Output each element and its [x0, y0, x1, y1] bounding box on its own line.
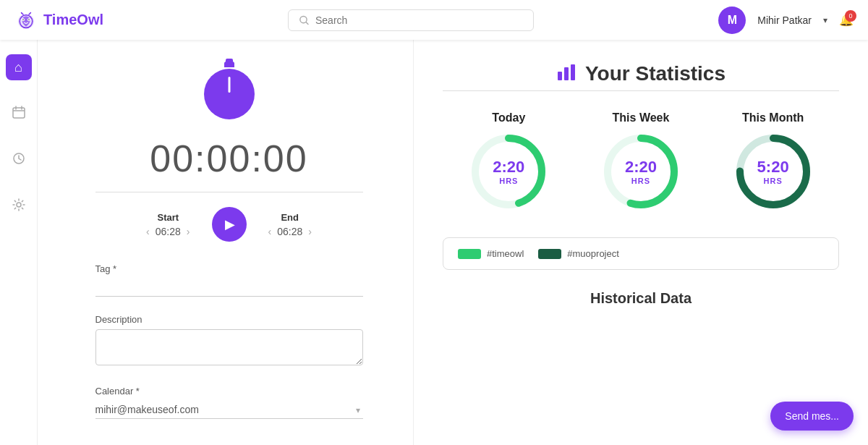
- timer-section: 00:00:00 Start ‹ 06:28 › ▶: [81, 62, 377, 436]
- start-prev-btn[interactable]: ‹: [146, 226, 150, 237]
- tag-input[interactable]: [95, 279, 363, 297]
- end-next-btn[interactable]: ›: [308, 226, 312, 237]
- stat-month-label: This Month: [742, 111, 804, 124]
- play-icon: ▶: [225, 216, 235, 232]
- chat-label: Send mes...: [785, 410, 839, 422]
- clock-icon: [204, 69, 255, 122]
- stat-month-value: 5:20: [757, 158, 789, 177]
- stats-header: Your Statistics: [443, 62, 839, 86]
- calendar-label: Calendar *: [95, 386, 363, 397]
- settings-icon: [12, 198, 25, 215]
- stat-today: Today 2:20 HRS: [469, 111, 548, 211]
- tag-field-group: Tag *: [95, 263, 363, 297]
- stat-week-unit: HRS: [625, 177, 657, 185]
- start-time-value: 06:28: [156, 226, 181, 237]
- sidebar-item-calendar[interactable]: [6, 101, 32, 127]
- start-label: Start: [157, 212, 179, 223]
- left-panel: 00:00:00 Start ‹ 06:28 › ▶: [38, 40, 414, 445]
- calendar-field-group: Calendar * mihir@makeuseof.com ▾: [95, 386, 363, 419]
- end-field: End ‹ 06:28 ›: [268, 212, 312, 237]
- play-button[interactable]: ▶: [212, 207, 247, 242]
- svg-rect-14: [558, 72, 562, 80]
- stats-divider: [443, 90, 839, 91]
- stat-week: This Week 2:20 HRS: [601, 111, 681, 211]
- svg-rect-16: [571, 64, 575, 80]
- stat-month-unit: HRS: [757, 177, 789, 185]
- start-field: Start ‹ 06:28 ›: [146, 212, 190, 237]
- legend-color-muoproject: [538, 249, 561, 259]
- main-layout: ⌂: [0, 40, 868, 445]
- timer-divider: [95, 192, 363, 192]
- logo: TimeOwl: [14, 9, 103, 32]
- svg-line-7: [306, 22, 308, 24]
- right-panel: Your Statistics Today 2:20 HRS: [414, 40, 868, 445]
- stat-today-label: Today: [492, 111, 525, 124]
- legend-box: #timeowl #muoproject: [443, 237, 839, 270]
- svg-point-5: [28, 19, 30, 20]
- end-prev-btn[interactable]: ‹: [268, 226, 272, 237]
- avatar[interactable]: M: [718, 7, 746, 34]
- legend-label-muoproject: #muoproject: [567, 248, 619, 259]
- sidebar: ⌂: [0, 40, 38, 445]
- timer-display: 00:00:00: [150, 137, 307, 180]
- stat-month-circle: 5:20 HRS: [733, 132, 813, 211]
- nav-right: M Mihir Patkar ▾ 🔔 0: [718, 7, 854, 34]
- stats-title: Your Statistics: [585, 62, 726, 85]
- main-content: 00:00:00 Start ‹ 06:28 › ▶: [38, 40, 868, 445]
- calendar-icon: [12, 106, 25, 122]
- sidebar-item-home[interactable]: ⌂: [6, 54, 32, 80]
- svg-rect-15: [564, 67, 569, 80]
- notification-badge: 0: [845, 10, 856, 22]
- stat-month: This Month 5:20 HRS: [733, 111, 813, 211]
- stat-today-value: 2:20: [493, 158, 524, 177]
- calendar-select[interactable]: mihir@makeuseof.com: [95, 401, 363, 419]
- legend-label-timeowl: #timeowl: [487, 248, 524, 259]
- stat-today-circle: 2:20 HRS: [469, 132, 548, 211]
- end-label: End: [281, 212, 299, 223]
- stat-today-unit: HRS: [493, 177, 524, 185]
- time-controls: Start ‹ 06:28 › ▶ End ‹: [146, 207, 312, 242]
- sidebar-item-history[interactable]: [6, 147, 32, 173]
- app-name: TimeOwl: [43, 12, 103, 28]
- logo-icon: [14, 9, 38, 32]
- end-time-value: 06:28: [277, 226, 302, 237]
- timer-form: Tag * Description Calendar * mihir@makeu…: [95, 263, 363, 436]
- chevron-down-icon[interactable]: ▾: [823, 15, 827, 25]
- legend-color-timeowl: [458, 249, 481, 259]
- search-bar[interactable]: [288, 9, 534, 31]
- top-nav: TimeOwl M Mihir Patkar ▾ 🔔 0: [0, 0, 868, 40]
- history-icon: [12, 152, 25, 169]
- historical-data-title: Historical Data: [443, 290, 839, 307]
- svg-rect-8: [13, 108, 25, 118]
- search-input[interactable]: [315, 14, 523, 26]
- stat-circles: Today 2:20 HRS This Week: [443, 111, 839, 211]
- description-label: Description: [95, 314, 363, 325]
- chat-button[interactable]: Send mes...: [770, 402, 854, 431]
- svg-point-4: [22, 19, 24, 20]
- search-icon: [299, 14, 310, 26]
- legend-item-muoproject: #muoproject: [538, 248, 619, 259]
- svg-point-13: [17, 203, 21, 207]
- start-next-btn[interactable]: ›: [187, 226, 190, 237]
- home-icon: ⌂: [14, 60, 22, 75]
- tag-label: Tag *: [95, 263, 363, 274]
- user-name: Mihir Patkar: [757, 14, 812, 26]
- stat-week-value: 2:20: [625, 158, 657, 177]
- calendar-select-wrapper: mihir@makeuseof.com ▾: [95, 401, 363, 419]
- stats-bar-icon: [556, 62, 576, 86]
- sidebar-item-settings[interactable]: [6, 193, 32, 219]
- stat-week-circle: 2:20 HRS: [601, 132, 681, 211]
- description-textarea[interactable]: [95, 329, 363, 365]
- stat-week-label: This Week: [613, 111, 670, 124]
- notification-bell[interactable]: 🔔 0: [839, 13, 854, 27]
- description-field-group: Description: [95, 314, 363, 368]
- legend-item-timeowl: #timeowl: [458, 248, 524, 259]
